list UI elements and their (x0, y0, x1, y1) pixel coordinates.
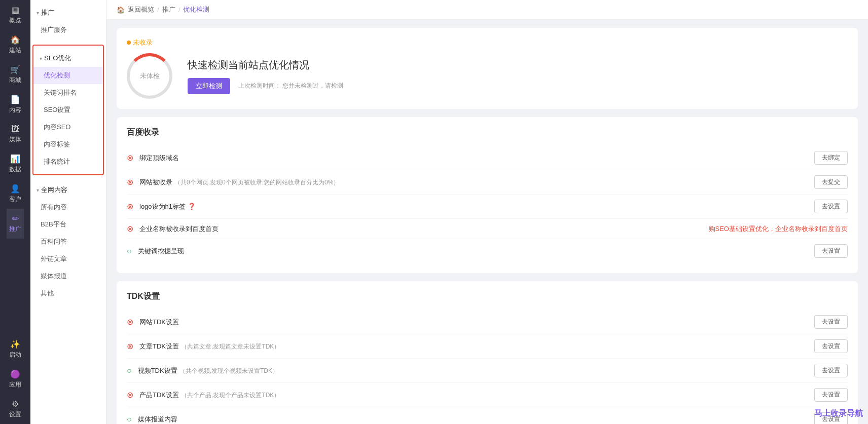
sidebar-item-optimize-check[interactable]: 优化检测 (33, 67, 103, 84)
promote-icon: ✏ (12, 214, 19, 223)
check-row-article-tdk: ⊗文章TDK设置（共篇文章,发现篇文章未设置TDK）去设置 (127, 334, 848, 359)
sidebar-header-all-content[interactable]: ▾全网内容 (30, 181, 106, 199)
data-icon: 📊 (10, 154, 20, 164)
action-btn-bind-domain[interactable]: 去绑定 (814, 151, 848, 165)
check-row-bind-domain: ⊗绑定顶级域名去绑定 (127, 146, 848, 170)
action-btn-product-tdk[interactable]: 去设置 (814, 388, 848, 402)
circle-text: 未体检 (140, 71, 160, 81)
action-btn-site-indexed[interactable]: 去提交 (814, 175, 848, 189)
sidebar-item-content-tags[interactable]: 内容标签 (33, 136, 103, 153)
sidebar-header-seo[interactable]: ▾SEO优化 (33, 50, 103, 67)
check-row-media-content: ○媒体报道内容去设置 (127, 407, 848, 424)
check-label-keyword-mining: 关键词挖掘呈现 (138, 247, 808, 256)
sidebar-item-b2b[interactable]: B2B平台 (30, 216, 106, 233)
sidebar-item-launch[interactable]: ✨启动 (7, 334, 24, 364)
sidebar-item-rank-stats[interactable]: 排名统计 (33, 153, 103, 170)
arrow-icon: ▾ (37, 187, 39, 193)
settings-label: 设置 (9, 410, 21, 419)
main-area: 🏠 返回概览 / 推广 / 优化检测 未收录 未体检 快速检测当前站点优化情况 … (106, 0, 868, 424)
sidebar-item-seo-settings[interactable]: SEO设置 (33, 101, 103, 119)
sidebar-item-site[interactable]: 🏠建站 (7, 30, 24, 60)
content-label: 内容 (9, 106, 21, 114)
action-btn-site-tdk[interactable]: 去设置 (814, 315, 848, 329)
action-btn-media-content[interactable]: 去设置 (814, 412, 848, 424)
error-icon: ⊗ (127, 390, 133, 400)
breadcrumb-current: 优化检测 (183, 5, 209, 14)
sidebar-item-overview[interactable]: ▦概览 (7, 0, 24, 30)
tdk-section: TDK设置 ⊗网站TDK设置去设置⊗文章TDK设置（共篇文章,发现篇文章未设置T… (117, 281, 858, 424)
content-icon: 📄 (10, 95, 20, 104)
detection-title: 快速检测当前站点优化情况 (188, 58, 343, 72)
ok-icon: ○ (127, 366, 132, 375)
data-label: 数据 (9, 165, 21, 174)
check-label-site-indexed: 网站被收录（共0个网页,发现0个网页被收录,您的网站收录百分比为0%） (139, 178, 808, 187)
sidebar-item-promote[interactable]: ✏推广 (7, 209, 24, 239)
sidebar-item-other[interactable]: 其他 (30, 285, 106, 302)
breadcrumb-mid[interactable]: 推广 (162, 5, 175, 14)
sidebar-item-media-report[interactable]: 媒体报道 (30, 267, 106, 285)
check-row-product-tdk: ⊗产品TDK设置（共个产品,发现个产品未设置TDK）去设置 (127, 383, 848, 407)
arrow-icon: ▾ (37, 10, 39, 16)
sidebar-item-apply[interactable]: 🟣应用 (7, 364, 24, 394)
breadcrumb: 🏠 返回概览 / 推广 / 优化检测 (106, 0, 868, 20)
sidebar-item-wiki[interactable]: 百科问答 (30, 233, 106, 250)
sidebar-item-external-article[interactable]: 外链文章 (30, 250, 106, 267)
sidebar-item-customer[interactable]: 👤客户 (7, 179, 24, 209)
arrow-icon: ▾ (40, 56, 42, 61)
check-row-logo-h1: ⊗logo设为h1标签❓去设置 (127, 195, 848, 219)
detection-card: 未收录 未体检 快速检测当前站点优化情况 立即检测 上次检测时间： 您并未检测过… (117, 28, 858, 109)
error-icon: ⊗ (127, 224, 133, 234)
sidebar-header-promote-top[interactable]: ▾推广 (30, 4, 106, 21)
site-icon: 🏠 (10, 35, 20, 45)
check-row-site-tdk: ⊗网站TDK设置去设置 (127, 310, 848, 334)
check-label-video-tdk: 视频TDK设置（共个视频,发现个视频未设置TDK） (138, 366, 808, 375)
action-btn-logo-h1[interactable]: 去设置 (814, 200, 848, 213)
sidebar-item-content[interactable]: 📄内容 (7, 90, 24, 120)
sidebar-item-promote-service[interactable]: 推广服务 (30, 21, 106, 38)
promote-label: 推广 (9, 225, 21, 234)
sidebar-item-all-content-item[interactable]: 所有内容 (30, 199, 106, 216)
launch-label: 启动 (9, 351, 21, 359)
check-row-company-indexed: ⊗企业名称被收录到百度首页购SEO基础设置优化，企业名称收录到百度首页 (127, 219, 848, 239)
media-icon: 🖼 (11, 125, 19, 134)
check-label-logo-h1: logo设为h1标签❓ (139, 202, 808, 211)
content-area: 未收录 未体检 快速检测当前站点优化情况 立即检测 上次检测时间： 您并未检测过… (106, 20, 868, 424)
badge-text: 未收录 (133, 38, 153, 47)
action-btn-article-tdk[interactable]: 去设置 (814, 339, 848, 353)
apply-label: 应用 (9, 380, 21, 389)
detection-actions: 立即检测 上次检测时间： 您并未检测过，请检测 (188, 78, 343, 94)
detect-button[interactable]: 立即检测 (188, 78, 230, 94)
customer-icon: 👤 (10, 184, 20, 194)
error-icon: ⊗ (127, 177, 133, 187)
check-row-site-indexed: ⊗网站被收录（共0个网页,发现0个网页被收录,您的网站收录百分比为0%）去提交 (127, 170, 848, 195)
sidebar-item-content-seo[interactable]: 内容SEO (33, 119, 103, 136)
tdk-section-title: TDK设置 (127, 291, 848, 302)
error-icon: ⊗ (127, 317, 133, 327)
breadcrumb-home[interactable]: 返回概览 (128, 5, 154, 14)
error-icon: ⊗ (127, 202, 133, 211)
action-btn-video-tdk[interactable]: 去设置 (814, 364, 848, 377)
check-label-product-tdk: 产品TDK设置（共个产品,发现个产品未设置TDK） (139, 391, 808, 400)
sidebar-item-shop[interactable]: 🛒商城 (7, 60, 24, 90)
breadcrumb-sep2: / (178, 6, 180, 14)
sidebar-item-keyword-rank[interactable]: 关键词排名 (33, 84, 103, 101)
apply-icon: 🟣 (10, 369, 20, 379)
customer-label: 客户 (9, 195, 21, 204)
sidebar-item-settings[interactable]: ⚙设置 (7, 394, 24, 424)
check-row-video-tdk: ○视频TDK设置（共个视频,发现个视频未设置TDK）去设置 (127, 359, 848, 383)
settings-icon: ⚙ (12, 399, 19, 409)
check-label-article-tdk: 文章TDK设置（共篇文章,发现篇文章未设置TDK） (139, 342, 808, 351)
check-label-company-indexed: 企业名称被收录到百度首页 (139, 224, 703, 234)
not-collected-badge: 未收录 (127, 38, 153, 47)
shop-icon: 🛒 (10, 65, 20, 74)
check-row-keyword-mining: ○关键词挖掘呈现去设置 (127, 239, 848, 263)
sidebar-left: ▦概览🏠建站🛒商城📄内容🖼媒体📊数据👤客户✏推广 ✨启动🟣应用⚙设置 (0, 0, 30, 424)
action-btn-keyword-mining[interactable]: 去设置 (814, 244, 848, 258)
ok-icon: ○ (127, 415, 132, 424)
action-link-company-indexed[interactable]: 购SEO基础设置优化，企业名称收录到百度首页 (709, 224, 848, 234)
home-icon: 🏠 (117, 6, 125, 14)
sidebar-item-data[interactable]: 📊数据 (7, 149, 24, 179)
sidebar-item-media[interactable]: 🖼媒体 (7, 120, 24, 149)
check-label-media-content: 媒体报道内容 (138, 415, 808, 424)
baidu-section: 百度收录 ⊗绑定顶级域名去绑定⊗网站被收录（共0个网页,发现0个网页被收录,您的… (117, 117, 858, 273)
